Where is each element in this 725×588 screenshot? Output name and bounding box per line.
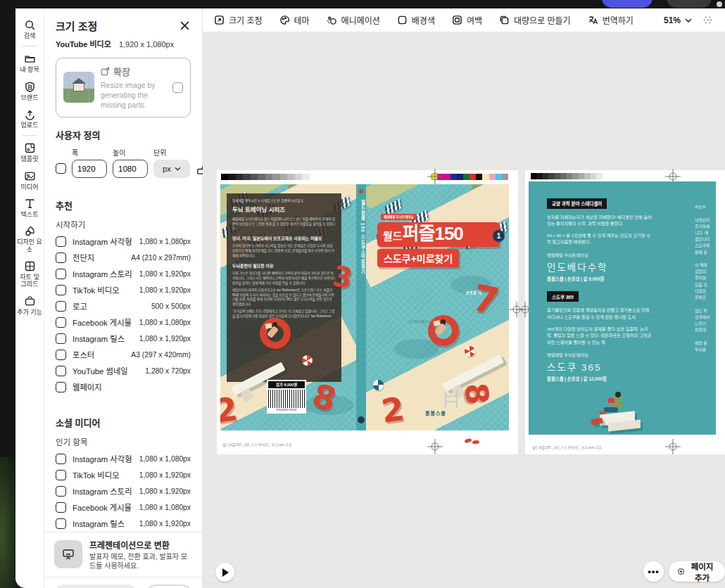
- preset-checkbox[interactable]: [56, 236, 66, 247]
- back-cover: 전세계를 중독시킨 논리게임 스도쿠, 집중력 미로찾기 두뇌 트레이닝 시리즈…: [220, 184, 356, 430]
- topbar-secondary-button-partial[interactable]: [667, 0, 712, 8]
- book2-title: 스도쿠 365: [547, 359, 691, 373]
- toolbar-bulk-create-button[interactable]: 대량으로 만들기: [499, 14, 571, 26]
- size-preset-row[interactable]: TikTok 비디오1,080 x 1,920px: [56, 282, 191, 298]
- left-rail: 검색 내 항목 브랜드 업로드 템플릿 미디어: [15, 8, 44, 588]
- recommended-heading: 추천: [44, 198, 202, 212]
- size-preset-row[interactable]: Instagram 스토리1,080 x 1,920px: [56, 483, 191, 499]
- resize-apply-button[interactable]: 크기 조정: [144, 584, 194, 588]
- sidebar-item-media[interactable]: 미디어: [15, 170, 44, 191]
- sidebar-item-brand[interactable]: 브랜드: [15, 81, 44, 101]
- expand-title: 확장: [113, 65, 130, 78]
- book1-title: 인도베다수학: [547, 260, 691, 274]
- preset-checkbox[interactable]: [56, 470, 66, 480]
- clipped-text-line: 느끼기: [695, 322, 716, 326]
- preset-checkbox[interactable]: [56, 366, 66, 376]
- expand-card[interactable]: 확장 Resize image by generating the missin…: [56, 58, 191, 117]
- preset-label: TikTok 비디오: [72, 469, 133, 480]
- preset-label: 웹페이지: [72, 381, 184, 392]
- zoom-control[interactable]: 51%: [664, 15, 692, 25]
- preset-checkbox[interactable]: [56, 317, 66, 328]
- size-preset-row[interactable]: Instagram 릴스1,080 x 1,920px: [56, 331, 191, 347]
- clipped-text-line: 이 책에: [695, 264, 716, 268]
- toolbar-animation-button[interactable]: 애니메이션: [327, 14, 380, 26]
- resize-icon: [214, 15, 225, 25]
- volume-badge: 1: [493, 230, 505, 242]
- toolbar-translate-button[interactable]: 번역하기: [588, 14, 633, 26]
- sidebar-item-text[interactable]: 텍스트: [15, 198, 44, 218]
- convert-to-presentation[interactable]: 프레젠테이션으로 변환 발표자 메모, 전환 효과, 발표자 모드들 사용하세요…: [44, 532, 202, 577]
- size-preset-row[interactable]: 로고500 x 500px: [56, 298, 191, 314]
- add-page-button[interactable]: 페이지 추가: [669, 561, 725, 582]
- unit-select[interactable]: px: [153, 160, 190, 178]
- design-elements-icon: [24, 225, 36, 237]
- canvas[interactable]: 전세계를 중독시킨 논리게임 스도쿠, 집중력 미로찾기 두뇌 트레이닝 시리즈…: [203, 32, 725, 588]
- custom-checkbox[interactable]: [56, 163, 66, 174]
- preset-label: 포스터: [72, 349, 125, 360]
- rail-divider: [22, 135, 37, 136]
- size-preset-row[interactable]: Instagram 사각형 게시물1,080 x 1,080px: [56, 234, 191, 250]
- width-input[interactable]: [72, 160, 107, 178]
- clipped-text-column: 퍼즐투낙석난이즐거하세니다. 메했습니다스도쿠와문제 유이 책에집밥의풀어보요즘…: [695, 205, 716, 354]
- more-options-button[interactable]: •••: [643, 561, 664, 582]
- preset-size: 1,080 x 1,920px: [139, 335, 191, 343]
- sidebar-item-my-items[interactable]: 내 항목: [15, 53, 44, 73]
- sidebar-item-design-elements[interactable]: 디자인 요소: [15, 225, 44, 253]
- preset-checkbox[interactable]: [56, 285, 66, 295]
- preset-checkbox[interactable]: [56, 486, 66, 497]
- preset-checkbox[interactable]: [56, 333, 66, 344]
- sidebar-item-upload[interactable]: 업로드: [15, 108, 44, 129]
- preset-size: A3 (297 x 420mm): [131, 351, 191, 359]
- topbar-primary-button-partial[interactable]: [602, 0, 652, 8]
- preset-checkbox[interactable]: [56, 502, 66, 513]
- preset-label: 전단지: [72, 252, 125, 263]
- templates-icon: [24, 142, 36, 154]
- sidebar-item-charts-grids[interactable]: 차트 및 그리드: [15, 260, 44, 288]
- duplicate-resize-button[interactable]: Duplicate & Resize: [53, 584, 139, 588]
- artboard-info-page[interactable]: 교양 과학 분야 스테디셀러 숫자를 지배하는자가 세상을 지배한다! 베다경전…: [525, 170, 725, 454]
- size-preset-row[interactable]: Facebook 게시물1,080 x 1,080px: [56, 499, 191, 516]
- preset-checkbox[interactable]: [56, 454, 66, 464]
- size-preset-row[interactable]: Instagram 릴스1,080 x 1,920px: [56, 516, 191, 532]
- translate-icon: [588, 15, 598, 25]
- size-preset-row[interactable]: YouTube 썸네일1,280 x 720px: [56, 363, 191, 379]
- toolbar-margin-button[interactable]: 여백: [452, 14, 482, 26]
- sidebar-item-add-ons[interactable]: 추가 기능: [15, 295, 44, 316]
- app-window: 검색 내 항목 브랜드 업로드 템플릿 미디어: [15, 8, 725, 588]
- sidebar-item-templates[interactable]: 템플릿: [15, 142, 44, 162]
- expand-checkbox[interactable]: [172, 82, 183, 93]
- expand-icon: [101, 67, 110, 76]
- preset-checkbox[interactable]: [56, 382, 66, 392]
- artboard-cover-spread[interactable]: 전세계를 중독시킨 논리게임 스도쿠, 집중력 미로찾기 두뇌 트레이닝 시리즈…: [217, 170, 518, 454]
- size-preset-row[interactable]: 포스터A3 (297 x 420mm): [56, 347, 191, 363]
- layout-grid-icon[interactable]: [702, 14, 714, 26]
- toolbar-theme-button[interactable]: 테마: [279, 14, 310, 26]
- book-spine: 월드퍼즐 150 스도쿠+미로찾기: [356, 184, 366, 430]
- size-preset-row[interactable]: Instagram 스토리1,080 x 1,920px: [56, 266, 191, 282]
- pool-float-number: 3: [331, 262, 355, 293]
- size-preset-row[interactable]: TikTok 비디오1,080 x 1,920px: [56, 467, 191, 483]
- toolbar-background-color-button[interactable]: 배경색: [397, 14, 435, 26]
- clipped-text-line: [695, 302, 716, 307]
- preset-checkbox[interactable]: [56, 269, 66, 279]
- height-input[interactable]: [113, 160, 148, 178]
- preset-checkbox[interactable]: [56, 253, 66, 263]
- toolbar-resize-button[interactable]: 크기 조정: [214, 14, 263, 26]
- preset-label: TikTok 비디오: [72, 284, 133, 295]
- topbar-avatar-partial[interactable]: [717, 1, 722, 7]
- expand-thumbnail: [63, 72, 94, 103]
- preset-checkbox[interactable]: [56, 301, 66, 312]
- sidebar-item-search[interactable]: 검색: [15, 19, 44, 39]
- preset-checkbox[interactable]: [56, 518, 66, 529]
- close-icon[interactable]: [179, 20, 191, 32]
- size-preset-row[interactable]: Facebook 게시물1,080 x 1,080px: [56, 314, 191, 331]
- back-cover-text: 전세계를 중독시킨 논리게임 스도쿠, 집중력 미로찾기 두뇌 트레이닝 시리즈…: [227, 193, 341, 382]
- chevron-down-icon: [175, 167, 181, 171]
- custom-heading: 사용자 정의: [44, 128, 202, 141]
- size-preset-row[interactable]: 전단지A4 (210 x 297mm): [56, 250, 191, 266]
- play-button[interactable]: [215, 563, 234, 582]
- series-tag: 매일매일 두뇌트레이닝: [381, 214, 417, 220]
- size-preset-row[interactable]: Instagram 사각형 게시물1,080 x 1,080px: [56, 451, 191, 467]
- size-preset-row[interactable]: 웹페이지: [56, 379, 191, 395]
- preset-checkbox[interactable]: [56, 350, 66, 360]
